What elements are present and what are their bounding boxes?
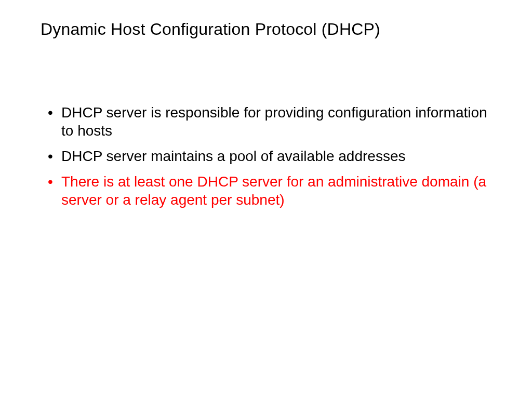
bullet-item: DHCP server is responsible for providing…: [48, 103, 491, 140]
bullet-item-highlight: There is at least one DHCP server for an…: [48, 172, 491, 209]
slide-title: Dynamic Host Configuration Protocol (DHC…: [41, 20, 491, 39]
bullet-item: DHCP server maintains a pool of availabl…: [48, 147, 491, 165]
bullet-list: DHCP server is responsible for providing…: [41, 103, 491, 209]
